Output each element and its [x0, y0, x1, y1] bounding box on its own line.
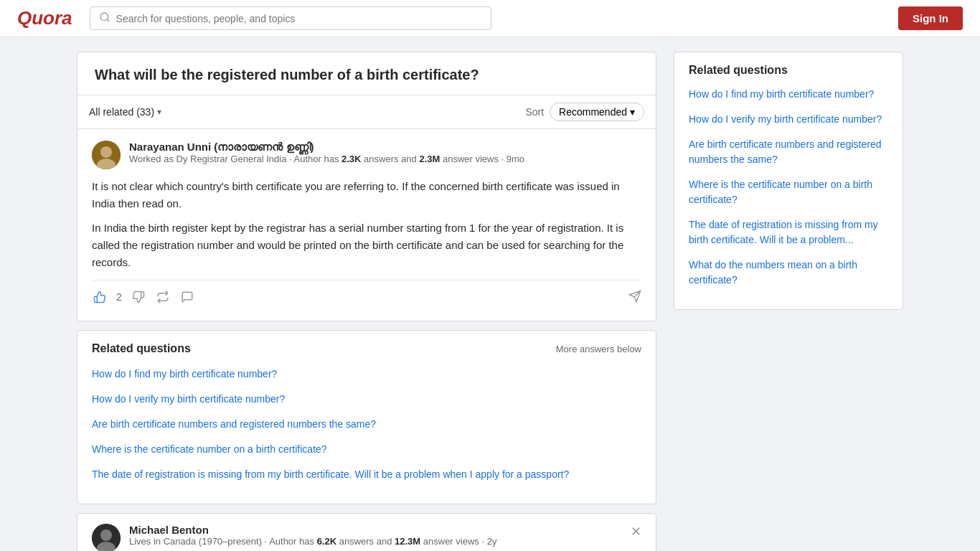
chevron-down-icon: ▾: [630, 106, 635, 118]
views-count: 2.3M: [419, 154, 440, 164]
second-author-name[interactable]: Michael Benton: [129, 524, 496, 536]
recommended-sort-button[interactable]: Recommended ▾: [550, 103, 644, 121]
second-author-row: Michael Benton Lives in Canada (1970–pre…: [92, 524, 496, 551]
author-info: Narayanan Unni (നാരായണൻ ഉണ്ണി) Worked as…: [129, 141, 524, 164]
second-meta-views: answers and: [336, 536, 395, 547]
sidebar-link-2[interactable]: How do I verify my birth certificate num…: [689, 112, 888, 127]
author-row: Narayanan Unni (നാരായണൻ ഉണ്ണി) Worked as…: [92, 141, 641, 169]
sidebar-link-4[interactable]: Where is the certificate number on a bir…: [689, 177, 888, 207]
upvote-count: 2: [116, 291, 122, 303]
second-author-avatar: [92, 524, 121, 551]
time-ago: 9mo: [507, 154, 524, 164]
sidebar-link-3[interactable]: Are birth certificate numbers and regist…: [689, 137, 888, 167]
recommended-label: Recommended: [559, 106, 627, 118]
quora-logo[interactable]: Quora: [17, 7, 72, 29]
right-column: Related questions How do I find my birth…: [674, 52, 903, 551]
in-related-link-4[interactable]: Where is the certificate number on a bir…: [92, 442, 641, 457]
second-answers-count: 6.2K: [317, 536, 336, 547]
search-container: [90, 6, 492, 30]
in-related-link-3[interactable]: Are birth certificate numbers and regist…: [92, 417, 641, 432]
answer-paragraph-2: In India the birth register kept by the …: [92, 220, 641, 271]
svg-point-0: [100, 13, 108, 21]
author-avatar: [92, 141, 121, 169]
answers-count: 2.3K: [341, 154, 361, 164]
in-related-link-1[interactable]: How do I find my birth certificate numbe…: [92, 367, 641, 382]
svg-point-3: [100, 146, 112, 158]
comment-button[interactable]: [179, 288, 195, 306]
second-answer-card: Michael Benton Lives in Canada (1970–pre…: [77, 513, 656, 551]
all-related-filter[interactable]: All related (33) ▾: [89, 106, 161, 118]
answer-text: It is not clear which country's birth ce…: [92, 178, 641, 271]
in-related-header: Related questions More answers below: [92, 342, 641, 355]
filter-bar: All related (33) ▾ Sort Recommended ▾: [77, 95, 656, 129]
site-header: Quora Sign In: [0, 0, 980, 37]
in-answer-related-card: Related questions More answers below How…: [77, 330, 656, 504]
all-related-label: All related (33): [89, 106, 154, 118]
second-views-label: answer views ·: [420, 536, 486, 547]
sign-in-button[interactable]: Sign In: [898, 6, 963, 30]
sidebar-link-6[interactable]: What do the numbers mean on a birth cert…: [689, 258, 888, 288]
question-title: What will be the registered number of a …: [77, 52, 656, 95]
left-column: What will be the registered number of a …: [77, 52, 656, 551]
reshare-button[interactable]: [155, 288, 171, 306]
second-time-ago: 2y: [487, 536, 497, 547]
second-meta-text: Lives in Canada (1970–present) · Author …: [129, 536, 317, 547]
svg-line-1: [107, 19, 109, 22]
answer-paragraph-1: It is not clear which country's birth ce…: [92, 178, 641, 212]
sidebar-related-title: Related questions: [689, 64, 888, 77]
more-answers-label: More answers below: [556, 344, 641, 354]
second-views-count: 12.3M: [395, 536, 420, 547]
question-card: What will be the registered number of a …: [77, 52, 656, 321]
answers-label: answers and: [361, 154, 419, 164]
sidebar-link-5[interactable]: The date of registration is missing from…: [689, 217, 888, 248]
meta-prefix: Worked as Dy Registrar General India · A…: [129, 154, 341, 164]
second-author-info: Michael Benton Lives in Canada (1970–pre…: [129, 524, 496, 547]
author-meta: Worked as Dy Registrar General India · A…: [129, 154, 524, 164]
sidebar-link-1[interactable]: How do I find my birth certificate numbe…: [689, 87, 888, 102]
author-name[interactable]: Narayanan Unni (നാരായണൻ ഉണ്ണി): [129, 141, 524, 154]
in-related-link-5[interactable]: The date of registration is missing from…: [92, 467, 641, 482]
views-label: answer views ·: [440, 154, 506, 164]
in-related-link-2[interactable]: How do I verify my birth certificate num…: [92, 392, 641, 407]
upvote-button[interactable]: [92, 288, 108, 306]
answer-block: Narayanan Unni (നാരായണൻ ഉണ്ണി) Worked as…: [77, 129, 656, 321]
second-answer-header: Michael Benton Lives in Canada (1970–pre…: [77, 514, 656, 551]
second-author-meta: Lives in Canada (1970–present) · Author …: [129, 536, 496, 547]
search-icon: [99, 11, 110, 25]
chevron-down-icon: ▾: [157, 107, 161, 117]
close-answer-button[interactable]: ✕: [631, 524, 641, 540]
share-button[interactable]: [628, 290, 641, 305]
downvote-button[interactable]: [131, 288, 146, 306]
action-bar: 2: [92, 280, 641, 309]
main-container: What will be the registered number of a …: [60, 0, 920, 551]
sort-label: Sort: [525, 106, 544, 118]
in-related-title: Related questions: [92, 342, 191, 355]
sidebar-related-card: Related questions How do I find my birth…: [674, 52, 903, 310]
search-input[interactable]: [116, 13, 483, 24]
svg-point-8: [100, 529, 112, 541]
